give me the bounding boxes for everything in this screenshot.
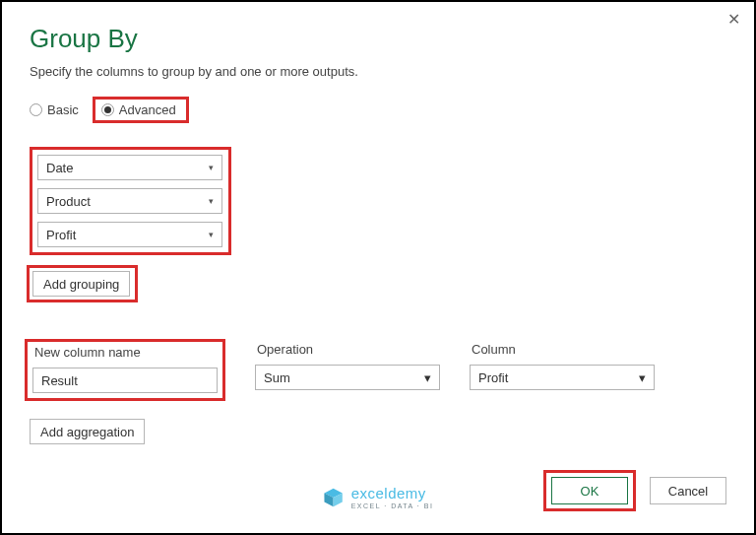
radio-icon [30,103,42,116]
dropdown-value: Product [46,194,91,209]
dropdown-value: Profit [478,370,508,385]
chevron-down-icon: ▾ [209,230,214,239]
dialog-title: Group By [30,24,726,54]
cube-icon [323,487,345,508]
new-column-input[interactable] [32,368,218,393]
chevron-down-icon: ▾ [424,370,431,385]
radio-advanced[interactable]: Advanced [101,102,176,117]
column-label: Column [470,342,655,357]
column-dropdown[interactable]: Profit ▾ [470,365,655,390]
highlight-advanced: Advanced [93,97,189,123]
operation-dropdown[interactable]: Sum ▾ [255,365,440,390]
operation-label: Operation [255,342,440,357]
dropdown-value: Date [46,161,73,175]
highlight-new-column: New column name [25,339,225,401]
add-aggregation-button[interactable]: Add aggregation [30,419,145,444]
highlight-add-grouping: Add grouping [27,265,138,302]
highlight-group-fields: Date ▾ Product ▾ Profit ▾ [30,147,231,255]
radio-basic-label: Basic [47,102,79,117]
chevron-down-icon: ▾ [639,370,646,385]
radio-icon-checked [101,103,114,116]
dropdown-value: Sum [264,370,290,385]
add-grouping-button[interactable]: Add grouping [32,271,130,297]
ok-button[interactable]: OK [551,477,628,504]
close-icon[interactable]: ✕ [727,10,740,29]
dialog-subtitle: Specify the columns to group by and one … [30,64,726,79]
chevron-down-icon: ▾ [209,196,214,206]
dialog-body: Group By Specify the columns to group by… [2,2,754,464]
watermark-brand: exceldemy [351,486,434,501]
dropdown-value: Profit [46,228,76,242]
group-field-dropdown-3[interactable]: Profit ▾ [37,222,222,247]
dialog-footer: OK Cancel [543,470,726,511]
radio-basic[interactable]: Basic [30,102,79,117]
new-column-label: New column name [32,345,218,360]
group-field-dropdown-1[interactable]: Date ▾ [37,155,222,180]
watermark: exceldemy EXCEL · DATA · BI [323,486,434,509]
radio-advanced-label: Advanced [119,102,176,117]
highlight-ok: OK [543,470,636,511]
chevron-down-icon: ▾ [209,163,214,172]
watermark-tagline: EXCEL · DATA · BI [351,502,434,509]
cancel-button[interactable]: Cancel [650,477,726,504]
mode-radio-group: Basic Advanced [30,97,726,123]
group-field-dropdown-2[interactable]: Product ▾ [37,188,222,214]
aggregation-row: New column name Operation Sum ▾ Column P… [30,342,726,401]
